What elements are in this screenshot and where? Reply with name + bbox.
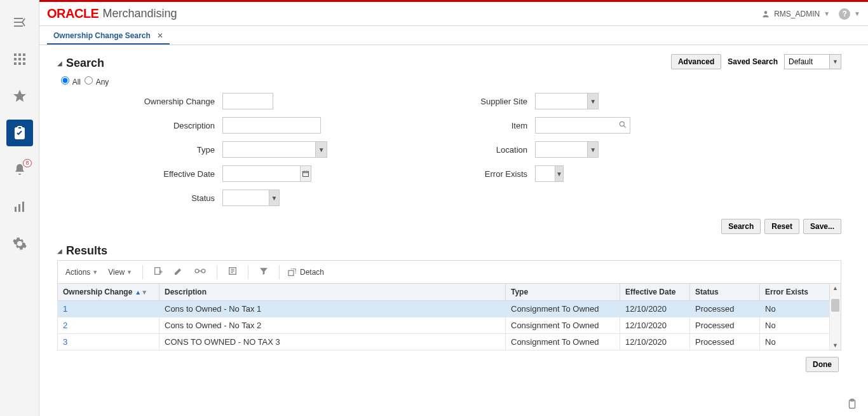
saved-search-select[interactable]: ▼ bbox=[784, 54, 841, 69]
description-input[interactable] bbox=[222, 117, 321, 134]
view-icon[interactable] bbox=[191, 267, 209, 277]
detach-button[interactable]: Detach bbox=[287, 267, 324, 277]
cell-error-exists: No bbox=[760, 301, 830, 317]
user-icon bbox=[761, 10, 770, 18]
saved-search-value[interactable] bbox=[785, 56, 829, 67]
svg-point-19 bbox=[201, 269, 205, 273]
cell-type: Consignment To Owned bbox=[506, 334, 620, 350]
svg-rect-7 bbox=[18, 62, 21, 65]
collapse-icon[interactable]: ◢ bbox=[57, 60, 62, 67]
clipboard-icon[interactable] bbox=[846, 398, 858, 412]
svg-rect-12 bbox=[18, 204, 20, 212]
chevron-down-icon: ▼ bbox=[824, 10, 830, 17]
svg-point-16 bbox=[620, 121, 624, 126]
topbar: ORACLE Merchandising RMS_ADMIN ▼ ? ▼ bbox=[39, 2, 868, 26]
label-description: Description bbox=[114, 121, 222, 130]
svg-rect-8 bbox=[23, 62, 25, 65]
cell-description: Cons to Owned - No Tax 2 bbox=[159, 317, 506, 334]
label-location: Location bbox=[427, 145, 535, 155]
sidebar-apps-icon[interactable] bbox=[6, 46, 33, 73]
chevron-down-icon[interactable]: ▼ bbox=[555, 166, 563, 181]
cell-ownership-change[interactable]: 2 bbox=[58, 317, 159, 334]
user-menu[interactable]: RMS_ADMIN ▼ ? ▼ bbox=[761, 8, 860, 20]
table-scrollbar[interactable]: ▲ ▼ bbox=[830, 283, 841, 350]
radio-any[interactable]: Any bbox=[85, 76, 109, 87]
sidebar-tasks-icon[interactable] bbox=[6, 120, 33, 146]
results-toolbar: Actions▼ View▼ Detach bbox=[57, 260, 841, 283]
cell-status: Processed bbox=[690, 334, 760, 350]
sort-desc-icon: ▼ bbox=[141, 289, 147, 296]
radio-all[interactable]: All bbox=[61, 76, 81, 87]
table-row[interactable]: 3CONS TO OWNED - NO TAX 3Consignment To … bbox=[58, 334, 830, 350]
col-effective-date[interactable]: Effective Date bbox=[620, 284, 690, 301]
label-supplier-site: Supplier Site bbox=[427, 97, 535, 106]
sort-asc-icon: ▲ bbox=[135, 289, 141, 296]
svg-rect-11 bbox=[15, 207, 17, 212]
tab-close-icon[interactable]: ✕ bbox=[157, 31, 163, 40]
calendar-icon[interactable] bbox=[300, 166, 311, 181]
filter-icon[interactable] bbox=[256, 266, 271, 278]
chevron-down-icon[interactable]: ▼ bbox=[269, 190, 279, 205]
cell-ownership-change[interactable]: 3 bbox=[58, 334, 159, 350]
chevron-down-icon[interactable]: ▼ bbox=[587, 94, 598, 109]
create-icon[interactable] bbox=[151, 266, 166, 278]
chevron-down-icon: ▼ bbox=[126, 269, 132, 275]
search-button[interactable]: Search bbox=[721, 219, 761, 234]
col-description[interactable]: Description bbox=[159, 284, 506, 301]
sidebar-favorites-icon[interactable] bbox=[6, 83, 33, 109]
chevron-down-icon[interactable]: ▼ bbox=[587, 142, 598, 157]
edit-icon[interactable] bbox=[171, 266, 186, 278]
reset-button[interactable]: Reset bbox=[764, 219, 799, 234]
cell-status: Processed bbox=[690, 317, 760, 334]
col-error-exists[interactable]: Error Exists bbox=[760, 284, 830, 301]
search-section-title: Search bbox=[66, 57, 104, 70]
done-button[interactable]: Done bbox=[806, 357, 839, 372]
svg-rect-1 bbox=[18, 53, 21, 56]
sidebar-notifications-icon[interactable]: 8 bbox=[6, 156, 33, 183]
view-menu[interactable]: View▼ bbox=[105, 268, 135, 277]
svg-rect-4 bbox=[18, 58, 21, 60]
actions-menu[interactable]: Actions▼ bbox=[63, 268, 100, 277]
help-icon[interactable]: ? bbox=[839, 8, 850, 20]
col-type[interactable]: Type bbox=[506, 284, 620, 301]
cell-status: Processed bbox=[690, 301, 760, 317]
table-row[interactable]: 1Cons to Owned - No Tax 1Consignment To … bbox=[58, 301, 830, 317]
sidebar-reports-icon[interactable] bbox=[6, 193, 33, 220]
sidebar-toggle[interactable] bbox=[6, 9, 33, 36]
col-status[interactable]: Status bbox=[690, 284, 760, 301]
svg-rect-10 bbox=[18, 127, 22, 129]
search-icon[interactable] bbox=[618, 120, 627, 132]
status-select[interactable]: ▼ bbox=[222, 190, 280, 206]
svg-point-18 bbox=[195, 269, 199, 273]
chevron-down-icon[interactable]: ▼ bbox=[829, 55, 841, 69]
cell-effective-date: 12/10/2020 bbox=[620, 317, 690, 334]
item-input[interactable] bbox=[535, 117, 630, 134]
table-row[interactable]: 2Cons to Owned - No Tax 2Consignment To … bbox=[58, 317, 830, 334]
scroll-thumb[interactable] bbox=[831, 299, 839, 312]
col-ownership-change[interactable]: Ownership Change▲▼ bbox=[58, 284, 159, 301]
save-button[interactable]: Save... bbox=[803, 219, 841, 234]
advanced-button[interactable]: Advanced bbox=[671, 54, 721, 69]
ownership-change-input[interactable] bbox=[222, 93, 273, 109]
chevron-down-icon[interactable]: ▼ bbox=[315, 142, 327, 157]
tab-ownership-change-search[interactable]: Ownership Change Search ✕ bbox=[47, 27, 170, 45]
svg-point-14 bbox=[764, 11, 768, 14]
type-select[interactable]: ▼ bbox=[222, 141, 327, 158]
notification-badge: 8 bbox=[23, 159, 31, 167]
collapse-icon[interactable]: ◢ bbox=[57, 247, 62, 254]
scroll-down-icon[interactable]: ▼ bbox=[830, 342, 841, 349]
scroll-up-icon[interactable]: ▲ bbox=[830, 285, 841, 291]
supplier-site-select[interactable]: ▼ bbox=[535, 93, 599, 109]
svg-rect-2 bbox=[23, 53, 25, 56]
label-type: Type bbox=[114, 145, 222, 155]
app-title: Merchandising bbox=[102, 7, 177, 20]
cell-ownership-change[interactable]: 1 bbox=[58, 301, 159, 317]
user-name: RMS_ADMIN bbox=[774, 10, 820, 18]
export-icon[interactable] bbox=[225, 266, 240, 278]
effective-date-input[interactable] bbox=[222, 165, 311, 182]
sidebar-settings-icon[interactable] bbox=[6, 230, 33, 257]
cell-effective-date: 12/10/2020 bbox=[620, 301, 690, 317]
error-exists-select[interactable]: ▼ bbox=[535, 165, 564, 182]
svg-rect-15 bbox=[302, 172, 308, 177]
location-select[interactable]: ▼ bbox=[535, 141, 599, 158]
